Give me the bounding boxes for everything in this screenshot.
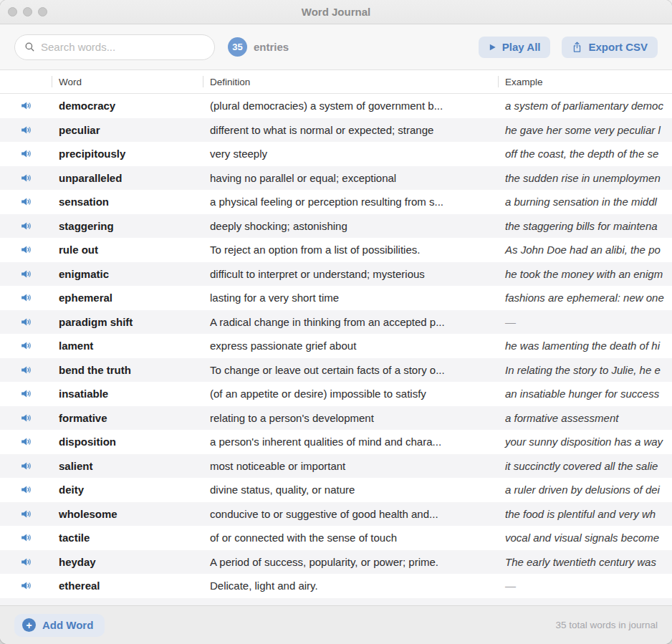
speaker-button[interactable] <box>0 118 52 143</box>
speaker-button[interactable] <box>0 238 52 262</box>
word-cell: tactile <box>52 532 203 544</box>
export-csv-button[interactable]: Export CSV <box>562 37 658 58</box>
example-cell: he gave her some very peculiar l <box>498 124 672 136</box>
speaker-button[interactable] <box>0 310 52 335</box>
speaker-button[interactable] <box>0 334 52 358</box>
speaker-button[interactable] <box>0 214 52 239</box>
definition-cell: very steeply <box>203 148 498 160</box>
table-row: bend the truth To change or leave out ce… <box>0 358 672 383</box>
word-cell: formative <box>52 412 203 424</box>
speaker-button[interactable] <box>0 190 52 214</box>
speaker-button[interactable] <box>0 454 52 479</box>
example-cell: the sudden rise in unemploymen <box>498 172 672 184</box>
speaker-button[interactable] <box>0 478 52 502</box>
speaker-icon <box>20 148 32 160</box>
column-header-audio <box>0 70 52 93</box>
speaker-button[interactable] <box>0 502 52 527</box>
speaker-button[interactable] <box>0 262 52 287</box>
window-title: Word Journal <box>0 6 672 18</box>
definition-cell: A radical change in thinking from an acc… <box>203 316 498 328</box>
example-cell: — <box>498 316 672 328</box>
word-cell: democracy <box>52 100 203 112</box>
speaker-button[interactable] <box>0 526 52 550</box>
word-cell: heyday <box>52 556 203 568</box>
example-cell: he was lamenting the death of hi <box>498 340 672 352</box>
word-cell: unparalleled <box>52 172 203 184</box>
play-all-button[interactable]: Play All <box>479 37 551 58</box>
zoom-button[interactable] <box>38 7 47 16</box>
add-word-button[interactable]: + Add Word <box>14 614 105 637</box>
speaker-button[interactable] <box>0 550 52 575</box>
definition-cell: lasting for a very short time <box>203 292 498 304</box>
table-row: ephemeral lasting for a very short time … <box>0 286 672 310</box>
speaker-icon <box>20 508 32 520</box>
definition-cell: having no parallel or equal; exceptional <box>203 172 498 184</box>
example-cell: it succinctly covered all the salie <box>498 460 672 472</box>
speaker-button[interactable] <box>0 598 52 606</box>
table-row: lament express passionate grief about he… <box>0 334 672 358</box>
speaker-button[interactable] <box>0 406 52 431</box>
search-icon <box>24 42 35 52</box>
table-row: formative relating to a person's develop… <box>0 406 672 431</box>
column-header-definition: Definition <box>203 70 498 93</box>
example-cell: a formative assessment <box>498 412 672 424</box>
title-bar: Word Journal <box>0 0 672 24</box>
example-cell: your sunny disposition has a way <box>498 436 672 448</box>
search-field[interactable] <box>14 34 215 60</box>
definition-cell: To change or leave out certain facts of … <box>203 364 498 376</box>
definition-cell: of or connected with the sense of touch <box>203 532 498 544</box>
word-cell: rule out <box>52 244 203 256</box>
table-body[interactable]: democracy (plural democracies) a system … <box>0 94 672 605</box>
table-header: Word Definition Example <box>0 70 672 94</box>
speaker-button[interactable] <box>0 358 52 383</box>
speaker-icon <box>20 220 32 232</box>
speaker-button[interactable] <box>0 574 52 598</box>
word-cell: paradigm shift <box>52 316 203 328</box>
speaker-icon <box>20 460 32 472</box>
toolbar: 35 entries Play All Export CSV <box>0 24 672 70</box>
search-input[interactable] <box>41 41 205 53</box>
speaker-button[interactable] <box>0 94 52 118</box>
definition-cell: (plural democracies) a system of governm… <box>203 100 498 112</box>
table-row: disposition a person's inherent qualitie… <box>0 430 672 454</box>
speaker-button[interactable] <box>0 430 52 454</box>
speaker-icon <box>20 484 32 496</box>
play-all-label: Play All <box>502 41 541 53</box>
close-button[interactable] <box>8 7 17 16</box>
example-cell: As John Doe had an alibi, the po <box>498 244 672 256</box>
word-cell: precipitously <box>52 148 203 160</box>
speaker-button[interactable] <box>0 142 52 166</box>
speaker-icon <box>20 436 32 448</box>
speaker-icon <box>20 100 32 112</box>
word-cell: sensation <box>52 196 203 208</box>
entries-count-badge: 35 <box>228 37 247 57</box>
definition-cell: express passionate grief about <box>203 340 498 352</box>
definition-cell: different to what is normal or expected;… <box>203 124 498 136</box>
definition-cell: a physical feeling or perception resulti… <box>203 196 498 208</box>
table-row: enigmatic difficult to interpret or unde… <box>0 262 672 287</box>
definition-cell: divine status, quality, or nature <box>203 484 498 496</box>
total-words-label: 35 total words in journal <box>555 620 658 630</box>
word-cell: disposition <box>52 436 203 448</box>
minimize-button[interactable] <box>23 7 32 16</box>
word-cell: staggering <box>52 220 203 232</box>
example-cell: In relating the story to Julie, he e <box>498 364 672 376</box>
word-cell: ethereal <box>52 580 203 592</box>
word-cell: insatiable <box>52 388 203 400</box>
speaker-button[interactable] <box>0 286 52 310</box>
example-cell: a burning sensation in the middl <box>498 196 672 208</box>
word-cell: peculiar <box>52 124 203 136</box>
table-row: peculiar different to what is normal or … <box>0 118 672 143</box>
table-row: staggering deeply shocking; astonishing … <box>0 214 672 239</box>
column-header-word: Word <box>52 70 203 93</box>
speaker-icon <box>20 532 32 544</box>
speaker-icon <box>20 172 32 184</box>
example-cell: The early twentieth century was <box>498 556 672 568</box>
definition-cell: conducive to or suggestive of good healt… <box>203 508 498 520</box>
table-row: tactile of or connected with the sense o… <box>0 526 672 550</box>
table-row: democracy (plural democracies) a system … <box>0 94 672 118</box>
speaker-button[interactable] <box>0 166 52 191</box>
speaker-button[interactable] <box>0 382 52 406</box>
speaker-icon <box>20 580 32 592</box>
speaker-icon <box>20 124 32 136</box>
